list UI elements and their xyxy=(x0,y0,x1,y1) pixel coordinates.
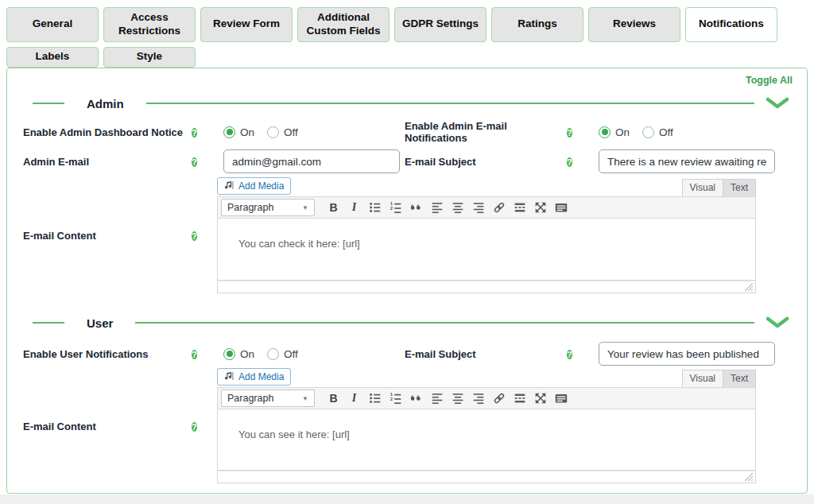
help-icon[interactable]: ? xyxy=(192,231,197,241)
settings-tabs-row-2: Labels Style xyxy=(6,47,808,68)
align-center-button[interactable] xyxy=(448,390,467,407)
add-media-button[interactable]: Add Media xyxy=(217,177,291,195)
help-icon[interactable]: ? xyxy=(567,128,572,138)
admin-dashboard-notice-radio-group: On Off xyxy=(223,126,298,138)
radio-on[interactable]: On xyxy=(223,126,254,138)
svg-text:2: 2 xyxy=(390,397,393,401)
enable-admin-email-notifications-label: Enable Admin E-mail Notifications xyxy=(405,120,567,144)
radio-off-label: Off xyxy=(659,126,673,138)
radio-selected-icon xyxy=(223,348,235,360)
tab-access-restrictions[interactable]: Access Restrictions xyxy=(103,7,196,42)
svg-text:2: 2 xyxy=(390,206,393,211)
tab-notifications[interactable]: Notifications xyxy=(685,7,777,42)
radio-on-label: On xyxy=(615,126,630,138)
tab-additional-custom-fields[interactable]: Additional Custom Fields xyxy=(297,7,390,42)
radio-unselected-icon xyxy=(267,126,279,138)
bullet-list-icon xyxy=(368,200,382,215)
tab-style[interactable]: Style xyxy=(103,47,196,68)
add-media-button[interactable]: Add Media xyxy=(217,368,291,386)
blockquote-icon xyxy=(409,200,424,215)
help-icon[interactable]: ? xyxy=(192,157,197,167)
editor-toolbar: Paragraph ▼ B I 12 xyxy=(217,387,756,409)
resize-handle-icon[interactable] xyxy=(744,282,754,292)
tab-review-form[interactable]: Review Form xyxy=(200,7,293,42)
user-email-content-textarea[interactable]: You can see it here: [url] xyxy=(217,409,756,471)
align-center-button[interactable] xyxy=(448,199,467,216)
user-email-subject-input[interactable] xyxy=(599,342,775,366)
enable-admin-dashboard-notice-label: Enable Admin Dashboard Notice xyxy=(17,126,192,138)
blockquote-button[interactable] xyxy=(406,390,426,407)
editor-mode-tabs: Visual Text xyxy=(682,370,756,387)
admin-email-content-textarea[interactable]: You can check it here: [url] xyxy=(217,219,756,281)
visual-tab[interactable]: Visual xyxy=(682,179,723,196)
radio-on[interactable]: On xyxy=(599,126,630,138)
visual-tab[interactable]: Visual xyxy=(682,370,723,387)
fullscreen-button[interactable] xyxy=(530,199,550,216)
radio-off[interactable]: Off xyxy=(642,126,673,138)
admin-email-content-label: E-mail Content xyxy=(17,179,192,242)
tab-gdpr-settings[interactable]: GDPR Settings xyxy=(394,7,486,42)
bullet-list-icon xyxy=(368,391,382,405)
toolbar-toggle-button[interactable] xyxy=(551,199,571,216)
italic-icon: I xyxy=(352,201,356,214)
help-icon[interactable]: ? xyxy=(192,128,197,138)
align-right-button[interactable] xyxy=(468,199,488,216)
radio-selected-icon xyxy=(223,126,235,138)
link-button[interactable] xyxy=(489,199,509,216)
blockquote-button[interactable] xyxy=(406,199,426,216)
help-icon[interactable]: ? xyxy=(567,350,572,359)
add-media-label: Add Media xyxy=(238,180,284,192)
admin-email-label: Admin E-mail xyxy=(17,156,192,168)
bold-button[interactable]: B xyxy=(324,390,343,407)
read-more-button[interactable] xyxy=(510,390,529,407)
fullscreen-icon xyxy=(533,391,548,405)
link-button[interactable] xyxy=(489,390,509,407)
radio-off[interactable]: Off xyxy=(267,126,298,138)
align-left-button[interactable] xyxy=(427,199,447,216)
text-tab[interactable]: Text xyxy=(723,179,756,196)
link-icon xyxy=(492,391,506,405)
admin-collapse-chevron-down-icon[interactable] xyxy=(766,97,789,110)
radio-off[interactable]: Off xyxy=(267,348,298,360)
admin-email-subject-input[interactable] xyxy=(599,149,775,173)
tab-ratings[interactable]: Ratings xyxy=(491,7,583,42)
divider-line xyxy=(33,322,64,324)
align-right-button[interactable] xyxy=(468,390,488,407)
read-more-button[interactable] xyxy=(510,199,529,216)
editor-statusbar xyxy=(217,471,756,483)
numbered-list-button[interactable]: 12 xyxy=(386,199,405,216)
tab-labels[interactable]: Labels xyxy=(6,47,99,68)
numbered-list-icon: 12 xyxy=(389,391,403,405)
help-icon[interactable]: ? xyxy=(567,157,572,167)
align-center-icon xyxy=(451,391,465,405)
text-tab[interactable]: Text xyxy=(723,370,756,387)
paragraph-select[interactable]: Paragraph ▼ xyxy=(221,390,315,407)
resize-handle-icon[interactable] xyxy=(744,472,754,482)
radio-selected-icon xyxy=(599,126,610,138)
numbered-list-button[interactable]: 12 xyxy=(386,390,405,407)
help-icon[interactable]: ? xyxy=(192,422,197,432)
toggle-all-link[interactable]: Toggle All xyxy=(17,75,797,87)
admin-email-input[interactable] xyxy=(223,149,400,173)
fullscreen-icon xyxy=(533,200,548,215)
bullet-list-button[interactable] xyxy=(365,390,385,407)
radio-on-label: On xyxy=(240,126,254,138)
radio-on[interactable]: On xyxy=(223,348,254,360)
settings-tabs-row-1: General Access Restrictions Review Form … xyxy=(6,7,808,42)
paragraph-select[interactable]: Paragraph ▼ xyxy=(221,199,315,216)
bold-button[interactable]: B xyxy=(324,199,343,216)
link-icon xyxy=(492,200,506,215)
add-media-icon xyxy=(223,370,235,382)
align-center-icon xyxy=(451,200,465,215)
user-collapse-chevron-down-icon[interactable] xyxy=(766,316,789,329)
tab-reviews[interactable]: Reviews xyxy=(588,7,680,42)
tab-general[interactable]: General xyxy=(6,7,99,42)
bullet-list-button[interactable] xyxy=(365,199,385,216)
toolbar-toggle-button[interactable] xyxy=(551,390,571,407)
radio-unselected-icon xyxy=(267,348,279,360)
help-icon[interactable]: ? xyxy=(192,350,197,359)
italic-button[interactable]: I xyxy=(344,390,364,407)
fullscreen-button[interactable] xyxy=(530,390,550,407)
italic-button[interactable]: I xyxy=(344,199,364,216)
align-left-button[interactable] xyxy=(427,390,447,407)
